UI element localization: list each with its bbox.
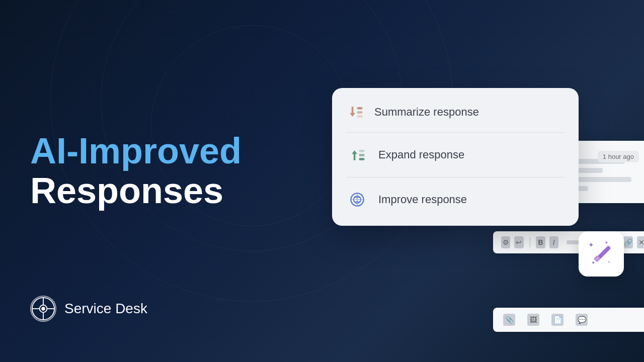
magic-wand-icon: ✦ ✦ ✦ ✦ [587,238,615,269]
brand-name: Service Desk [64,301,147,317]
bottom-toolbar: 📎 🖼 📄 💬 [493,308,644,332]
attach-icon[interactable]: 📎 [503,314,515,326]
toolbar-icon-bold[interactable]: B [536,236,545,248]
expand-icon [346,144,368,166]
brand-footer: Service Desk [30,296,147,322]
svg-point-6 [41,307,45,310]
svg-rect-10 [359,150,365,152]
chat-timestamp: 1 hour ago [598,151,639,162]
brand-logo-icon [30,296,56,322]
hero-title-line2: Responses [30,171,312,211]
menu-item-improve[interactable]: Improve response [332,177,579,222]
svg-text:✦: ✦ [607,260,611,264]
menu-item-expand[interactable]: Expand response [332,133,579,177]
ai-menu-card: Summarize response Expand response [332,88,579,226]
magic-wand-button[interactable]: ✦ ✦ ✦ ✦ [579,231,624,277]
svg-text:✦: ✦ [591,260,595,265]
svg-text:✦: ✦ [604,240,608,245]
image-icon[interactable]: 🖼 [527,314,539,326]
summarize-label: Summarize response [374,106,479,119]
svg-rect-7 [357,107,363,110]
svg-text:✦: ✦ [588,241,594,249]
svg-rect-8 [357,111,363,114]
speech-icon[interactable]: 💬 [576,314,588,326]
document-icon[interactable]: 📄 [551,314,564,326]
toolbar-icon-chat[interactable]: ↩ [514,236,523,248]
improve-icon [346,189,368,211]
toolbar-sep-1 [530,237,530,247]
hero-title: AI-Improved Responses [30,131,312,211]
toolbar-icon-link[interactable]: ⚙ [501,236,510,248]
toolbar-icon-x[interactable]: ✕ [637,236,644,248]
menu-item-summarize[interactable]: Summarize response [332,92,579,132]
hero-title-line1: AI-Improved [30,131,312,171]
right-panel: Summarize response Expand response [302,0,644,362]
svg-rect-12 [359,158,365,160]
toolbar-icon-italic[interactable]: I [549,236,558,248]
summarize-icon [346,103,364,121]
svg-rect-11 [359,154,365,156]
expand-label: Expand response [378,148,464,161]
svg-rect-9 [357,115,363,118]
improve-label: Improve response [378,193,467,206]
toolbar-icon-hyperlink[interactable]: 🔗 [623,236,632,248]
